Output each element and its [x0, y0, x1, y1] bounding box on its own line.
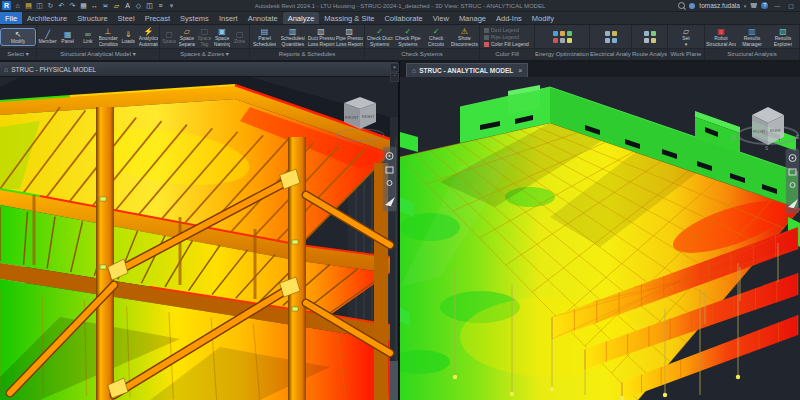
panel-label-spaces-zones[interactable]: Spaces & Zones ▾: [160, 48, 249, 60]
cart-icon[interactable]: [750, 3, 757, 8]
close-icon[interactable]: ×: [518, 67, 522, 74]
icon-cluster-route-analysis[interactable]: [644, 31, 656, 43]
tab-precast[interactable]: Precast: [140, 12, 175, 24]
loads-button[interactable]: ⇓Loads: [119, 29, 138, 46]
navigation-bar[interactable]: [786, 149, 799, 213]
tab-modify[interactable]: Modify: [527, 12, 559, 24]
tool-icon[interactable]: [567, 38, 572, 43]
member-button[interactable]: ╱Member: [38, 29, 57, 46]
color-fill-legend-button[interactable]: Color Fill Legend: [481, 41, 533, 48]
set-button[interactable]: ▱Set▾: [669, 26, 703, 48]
pipe-legend-button[interactable]: Pipe Legend: [481, 34, 533, 41]
tab-view[interactable]: View: [428, 12, 454, 24]
robot-structural-analysis-button[interactable]: ▣RobotStructural Analysis: [706, 26, 736, 48]
qat-dropdown-icon[interactable]: ▾: [167, 1, 176, 10]
analytical-automation-button[interactable]: ⚡AnalyticalAutomation: [139, 26, 158, 48]
open-folder-icon[interactable]: ▤: [24, 1, 33, 10]
viewcube-right-face[interactable]: RIGHT: [770, 129, 782, 133]
navigation-bar[interactable]: [383, 147, 396, 211]
viewcube-front-face[interactable]: FRONT: [345, 115, 359, 120]
space-tag-button[interactable]: ▢SpaceTag: [196, 26, 213, 48]
space-naming-button[interactable]: ▣SpaceNaming: [214, 26, 231, 48]
section-icon[interactable]: ◫: [145, 1, 154, 10]
user-name[interactable]: tomasz.fudala: [699, 2, 739, 9]
tool-icon[interactable]: [553, 31, 558, 36]
default-3d-view-icon[interactable]: ◇: [134, 1, 143, 10]
tab-add-ins[interactable]: Add-Ins: [491, 12, 527, 24]
tag-icon[interactable]: ▱: [112, 1, 121, 10]
sync-icon[interactable]: ↻: [46, 1, 55, 10]
tab-steel[interactable]: Steel: [113, 12, 140, 24]
tool-icon[interactable]: [644, 31, 649, 36]
schedules-quantities-button[interactable]: ▥Schedules/Quantities: [279, 26, 306, 48]
check-circuits-button[interactable]: ✓CheckCircuits: [423, 26, 450, 48]
icon-cluster-energy-optimization[interactable]: [553, 31, 572, 43]
tab-insert[interactable]: Insert: [214, 12, 243, 24]
panel-label-select[interactable]: Select ▾: [0, 48, 36, 60]
results-explorer-button[interactable]: ▧ResultsExplorer: [768, 26, 798, 48]
boundary-conditions-button[interactable]: ⊥BoundaryConditions: [99, 26, 118, 48]
restore-button[interactable]: ▢: [786, 2, 796, 9]
scroll-down-button[interactable]: ▾: [390, 63, 399, 72]
analytical-model-3d-view[interactable]: FRONT RIGHT W S E: [400, 77, 800, 400]
tool-icon[interactable]: [612, 38, 617, 43]
space-button[interactable]: ▢Space: [161, 29, 178, 46]
search-icon[interactable]: [678, 2, 685, 9]
check-pipe-systems-button[interactable]: ✓Check PipeSystems: [394, 26, 421, 48]
panel-label-structural-analytical-model[interactable]: Structural Analytical Model ▾: [37, 48, 159, 60]
tab-analyze[interactable]: Analyze: [283, 12, 320, 24]
tab-systems[interactable]: Systems: [175, 12, 214, 24]
pipe-pressure-loss-report-button[interactable]: ▨Pipe PressureLoss Report: [336, 26, 363, 48]
aligned-dimension-icon[interactable]: ≍: [101, 1, 110, 10]
save-icon[interactable]: ◫: [35, 1, 44, 10]
physical-model-canvas[interactable]: FRONT RIGHT: [0, 77, 398, 400]
modify-button[interactable]: ↖Modify: [1, 29, 35, 46]
tab-manage[interactable]: Manage: [454, 12, 491, 24]
tab-collaborate[interactable]: Collaborate: [379, 12, 427, 24]
tab-architecture[interactable]: Architecture: [22, 12, 72, 24]
link-button[interactable]: ∞Link: [78, 29, 97, 46]
viewcube-front-face[interactable]: FRONT: [753, 130, 766, 134]
tab-structure[interactable]: Structure: [72, 12, 112, 24]
tab-analytical-model[interactable]: ⌂ STRUC - ANALYTICAL MODEL ×: [406, 63, 528, 77]
duct-pressure-loss-report-button[interactable]: ▧Duct PressureLoss Report: [308, 26, 335, 48]
tool-icon[interactable]: [560, 31, 565, 36]
tab-massing-site[interactable]: Massing & Site: [319, 12, 379, 24]
compass-west[interactable]: W: [731, 134, 736, 140]
tool-icon[interactable]: [567, 31, 572, 36]
tool-icon[interactable]: [651, 38, 656, 43]
physical-model-titlebar[interactable]: ⌂ STRUC - PHYSICAL MODEL: [0, 62, 398, 77]
help-icon[interactable]: ?: [761, 2, 768, 9]
text-icon[interactable]: A: [123, 1, 132, 10]
tool-icon[interactable]: [605, 38, 610, 43]
panel-button[interactable]: ▦Panel: [58, 29, 77, 46]
tool-icon[interactable]: [560, 38, 565, 43]
tab-file[interactable]: File: [0, 12, 22, 24]
print-icon[interactable]: ▦: [79, 1, 88, 10]
undo-icon[interactable]: ↶: [57, 1, 66, 10]
measure-icon[interactable]: ↔: [90, 1, 99, 10]
duct-legend-button[interactable]: Duct Legend: [481, 27, 533, 34]
zone-button[interactable]: ▢Zone: [231, 29, 248, 46]
thin-lines-icon[interactable]: ≡: [156, 1, 165, 10]
tool-icon[interactable]: [651, 31, 656, 36]
analytical-model-canvas[interactable]: FRONT RIGHT W S E: [400, 77, 800, 400]
physical-model-3d-view[interactable]: FRONT RIGHT: [0, 77, 398, 400]
panel-schedules-button[interactable]: ▤PanelSchedules: [251, 26, 278, 48]
tool-icon[interactable]: [612, 31, 617, 36]
check-duct-systems-button[interactable]: ✓Check DuctSystems: [366, 26, 393, 48]
viewcube-right-face[interactable]: RIGHT: [362, 114, 375, 119]
tool-icon[interactable]: [605, 31, 610, 36]
redo-icon[interactable]: ↷: [68, 1, 77, 10]
space-separator-button[interactable]: ▱SpaceSeparator: [179, 26, 196, 48]
scroll-up-button[interactable]: ˆ: [390, 73, 399, 82]
results-manager-button[interactable]: ▥ResultsManager: [737, 26, 767, 48]
tool-icon[interactable]: [644, 38, 649, 43]
home-icon[interactable]: ⌂: [13, 1, 22, 10]
minimize-button[interactable]: —: [772, 3, 782, 9]
icon-cluster-electrical-analysis[interactable]: [605, 31, 617, 43]
chevron-down-icon[interactable]: ▾: [744, 3, 747, 9]
panel-label-route-analysis[interactable]: Route Analysis ▾: [632, 48, 667, 60]
tool-icon[interactable]: [553, 38, 558, 43]
revit-logo[interactable]: R: [2, 1, 11, 10]
